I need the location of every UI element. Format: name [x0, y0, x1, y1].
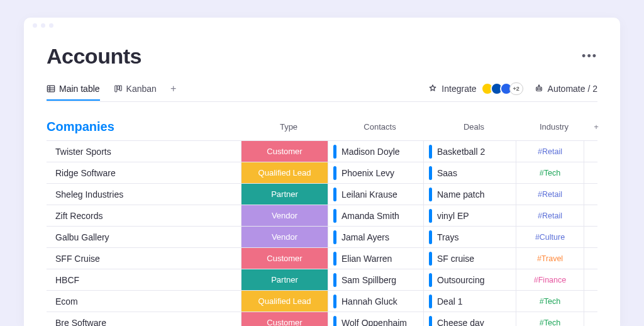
cell-empty — [584, 312, 601, 326]
cell-deal[interactable]: Cheese day — [424, 312, 516, 326]
contact-name: Elian Warren — [341, 254, 392, 264]
link-indicator-icon — [333, 145, 336, 159]
table-row[interactable]: EcomQualified LeadHannah GluckDeal 1#Tec… — [47, 291, 597, 312]
cell-company-name[interactable]: SFF Cruise — [47, 248, 242, 269]
cell-type[interactable]: Partner — [242, 184, 328, 205]
table-row[interactable]: Ridge SoftwareQualified LeadPhoenix Levy… — [47, 162, 597, 184]
app-window: Accounts ••• Main table Kanban + — [24, 18, 620, 326]
cell-type[interactable]: Vendor — [242, 205, 328, 226]
tab-main-table[interactable]: Main table — [47, 84, 100, 100]
tabs-right: Integrate +2 Automate / 2 — [428, 82, 597, 101]
table-row[interactable]: Twister SportsCustomerMadison DoyleBaske… — [47, 141, 597, 162]
table-row[interactable]: Galbu GalleryVendorJamal AyersTrays#Cult… — [47, 227, 597, 248]
add-view-button[interactable]: + — [170, 83, 176, 101]
cell-deal[interactable]: vinyl EP — [424, 205, 516, 226]
cell-contact[interactable]: Jamal Ayers — [328, 227, 424, 247]
cell-contact[interactable]: Sam Spillberg — [328, 269, 424, 290]
more-options-button[interactable]: ••• — [582, 50, 597, 63]
cell-company-name[interactable]: Bre Software — [47, 312, 242, 326]
cell-industry[interactable]: #Retail — [516, 205, 584, 226]
cell-company-name[interactable]: HBCF — [47, 269, 242, 290]
integrate-button[interactable]: Integrate +2 — [428, 82, 523, 95]
automate-label: Automate / 2 — [548, 84, 597, 94]
cell-deal[interactable]: SF cruise — [424, 248, 516, 269]
table-row[interactable]: SFF CruiseCustomerElian WarrenSF cruise#… — [47, 248, 597, 269]
window-dot — [33, 23, 37, 28]
link-indicator-icon — [333, 316, 336, 327]
cell-industry[interactable]: #Tech — [516, 312, 584, 326]
window-titlebar — [24, 18, 620, 33]
svg-point-8 — [537, 89, 538, 90]
table-row[interactable]: Bre SoftwareCustomerWolf OppenhaimCheese… — [47, 312, 597, 326]
tab-label: Main table — [59, 84, 100, 94]
link-indicator-icon — [429, 295, 432, 308]
table-row[interactable]: Zift RecordsVendorAmanda Smithvinyl EP#R… — [47, 205, 597, 227]
cell-empty — [584, 141, 601, 162]
cell-industry[interactable]: #Tech — [516, 162, 584, 183]
cell-company-name[interactable]: Galbu Gallery — [47, 227, 242, 247]
cell-type[interactable]: Customer — [242, 312, 328, 326]
cell-empty — [584, 227, 601, 247]
cell-contact[interactable]: Phoenix Levy — [328, 162, 424, 183]
cell-type[interactable]: Qualified Lead — [242, 291, 328, 312]
cell-empty — [584, 248, 601, 269]
cell-empty — [584, 291, 601, 312]
link-indicator-icon — [429, 316, 432, 327]
table-icon — [47, 84, 55, 93]
column-header-industry[interactable]: Industry — [520, 122, 588, 138]
cell-industry[interactable]: #Travel — [516, 248, 584, 269]
link-indicator-icon — [429, 230, 432, 244]
cell-company-name[interactable]: Sheleg Industries — [47, 184, 242, 205]
cell-contact[interactable]: Wolf Oppenhaim — [328, 312, 424, 326]
deal-name: Basketball 2 — [437, 147, 485, 157]
table-row[interactable]: Sheleg IndustriesPartnerLeilani KrauseNa… — [47, 184, 597, 205]
cell-deal[interactable]: Outsourcing — [424, 269, 516, 290]
cell-industry[interactable]: #Finance — [516, 269, 584, 290]
cell-deal[interactable]: Name patch — [424, 184, 516, 205]
cell-type[interactable]: Customer — [242, 248, 328, 269]
window-dot — [49, 23, 53, 28]
cell-company-name[interactable]: Zift Records — [47, 205, 242, 226]
group-title[interactable]: Companies — [47, 120, 245, 140]
cell-deal[interactable]: Deal 1 — [424, 291, 516, 312]
cell-deal[interactable]: Trays — [424, 227, 516, 247]
contact-name: Leilani Krause — [341, 189, 397, 200]
table-row[interactable]: HBCFPartnerSam SpillbergOutsourcing#Fina… — [47, 269, 597, 291]
integrate-icon — [428, 84, 437, 93]
cell-company-name[interactable]: Ecom — [47, 291, 242, 312]
tab-kanban[interactable]: Kanban — [114, 84, 157, 100]
tabs-left: Main table Kanban + — [47, 83, 176, 101]
cell-deal[interactable]: Basketball 2 — [424, 141, 516, 162]
column-header-contacts[interactable]: Contacts — [332, 122, 428, 138]
cell-company-name[interactable]: Twister Sports — [47, 141, 242, 162]
cell-contact[interactable]: Madison Doyle — [328, 141, 424, 162]
integrate-label: Integrate — [441, 84, 476, 94]
cell-contact[interactable]: Hannah Gluck — [328, 291, 424, 312]
cell-type[interactable]: Vendor — [242, 227, 328, 247]
contact-name: Sam Spillberg — [341, 275, 396, 285]
cell-contact[interactable]: Elian Warren — [328, 248, 424, 269]
cell-industry[interactable]: #Retail — [516, 184, 584, 205]
cell-contact[interactable]: Leilani Krause — [328, 184, 424, 205]
cell-type[interactable]: Qualified Lead — [242, 162, 328, 183]
cell-industry[interactable]: #Culture — [516, 227, 584, 247]
robot-icon — [535, 84, 543, 93]
cell-deal[interactable]: Saas — [424, 162, 516, 183]
cell-type[interactable]: Customer — [242, 141, 328, 162]
cell-industry[interactable]: #Retail — [516, 141, 584, 162]
link-indicator-icon — [333, 166, 336, 180]
add-column-button[interactable]: + — [588, 122, 604, 138]
cell-company-name[interactable]: Ridge Software — [47, 162, 242, 183]
svg-rect-5 — [117, 86, 119, 89]
cell-industry[interactable]: #Tech — [516, 291, 584, 312]
column-header-deals[interactable]: Deals — [428, 122, 520, 138]
link-indicator-icon — [333, 209, 336, 223]
column-header-type[interactable]: Type — [245, 122, 332, 138]
tabs-row: Main table Kanban + Integrate — [47, 82, 597, 102]
deal-name: Saas — [437, 168, 457, 178]
integration-chips: +2 — [481, 82, 523, 95]
deal-name: SF cruise — [437, 254, 474, 264]
cell-contact[interactable]: Amanda Smith — [328, 205, 424, 226]
cell-type[interactable]: Partner — [242, 269, 328, 290]
automate-button[interactable]: Automate / 2 — [535, 84, 597, 94]
